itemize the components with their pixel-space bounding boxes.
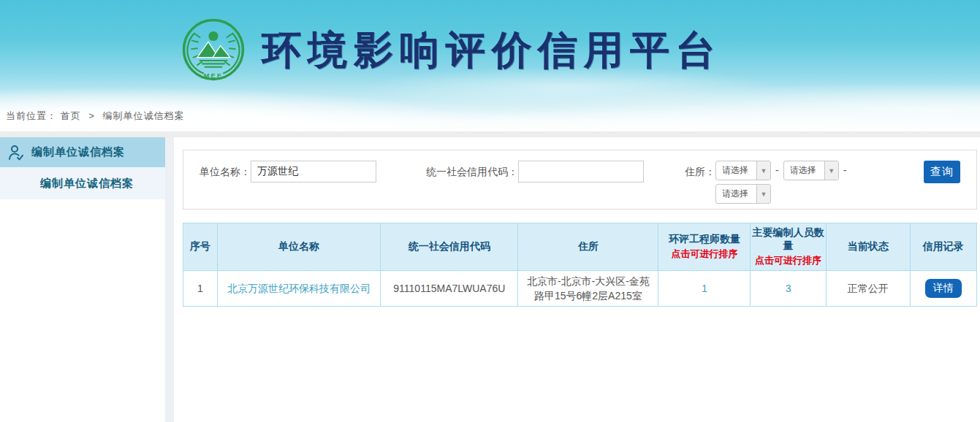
page: MEE 环境影响评价信用平台 当前位置： 首页 > 编制单位诚信档案 编制单位诚… [0,0,980,422]
detail-button[interactable]: 详情 [925,279,962,298]
cell-staff-count: 3 [751,271,826,307]
cell-credit-record: 详情 [910,271,976,307]
col-header-index: 序号 [183,223,218,271]
cell-status: 正常公开 [826,271,910,307]
unit-name-input[interactable] [251,161,376,183]
col-header-staff-count-sortable[interactable]: 主要编制人员数量 点击可进行排序 [751,223,826,271]
divider-band [0,131,980,137]
mee-logo-text: MEE [204,72,224,80]
staff-count-link[interactable]: 3 [786,283,791,294]
credit-code-label: 统一社会信用代码： [426,161,518,183]
city-select-value: 请选择 [784,161,824,180]
cell-credit-code: 91110115MA7LWUA76U [381,271,518,307]
sidebar-item-archive-sub[interactable]: 编制单位诚信档案 [0,167,165,199]
address-dash: - [843,161,847,180]
sidebar-item-label: 编制单位诚信档案 [31,145,125,159]
mee-logo-icon: MEE [181,18,246,82]
col-header-status: 当前状态 [826,223,910,271]
cell-index: 1 [183,271,218,307]
address-dash: - [775,161,779,180]
district-select[interactable]: 请选择 ▼ [715,184,771,204]
col-header-engineer-count-sortable[interactable]: 环评工程师数量 点击可进行排序 [658,223,751,271]
table-row: 1 北京万源世纪环保科技有限公司 91110115MA7LWUA76U 北京市-… [183,271,977,307]
breadcrumb-home-link[interactable]: 首页 [61,110,81,121]
content-area: 编制单位诚信档案 编制单位诚信档案 单位名称： 统一社会信用代码： 住所： [0,137,980,422]
engineer-count-link[interactable]: 1 [702,283,707,294]
breadcrumb: 当前位置： 首页 > 编制单位诚信档案 [6,110,184,123]
site-header: MEE 环境影响评价信用平台 当前位置： 首页 > 编制单位诚信档案 [0,0,980,131]
sidebar: 编制单位诚信档案 编制单位诚信档案 [0,137,165,422]
breadcrumb-separator: > [88,110,95,121]
credit-code-input[interactable] [518,161,644,183]
chevron-down-icon[interactable]: ▼ [756,161,770,180]
sidebar-main-gap [165,137,174,422]
province-select[interactable]: 请选择 ▼ [715,161,771,180]
address-label: 住所： [685,161,715,183]
sort-hint: 点击可进行排序 [660,248,748,261]
col-header-address: 住所 [518,223,658,271]
city-select[interactable]: 请选择 ▼ [783,161,839,180]
sort-hint: 点击可进行排序 [752,254,824,267]
site-title: 环境影响评价信用平台 [262,16,722,83]
unit-name-link[interactable]: 北京万源世纪环保科技有限公司 [227,283,371,294]
cell-engineer-count: 1 [658,271,751,307]
col-header-unit-name: 单位名称 [217,223,381,271]
unit-name-label: 单位名称： [200,161,251,183]
col-header-credit-record: 信用记录 [910,223,976,271]
table-header-row: 序号 单位名称 统一社会信用代码 住所 环评工程师数量 [183,223,977,271]
sidebar-subitem-label: 编制单位诚信档案 [40,177,134,191]
col-header-credit-code: 统一社会信用代码 [381,223,518,271]
breadcrumb-current: 编制单位诚信档案 [102,110,184,121]
main-panel: 单位名称： 统一社会信用代码： 住所： 请选择 ▼ - [174,137,980,422]
province-select-value: 请选择 [716,161,756,180]
brand: MEE 环境影响评价信用平台 [181,16,722,83]
chevron-down-icon[interactable]: ▼ [824,161,838,180]
user-check-icon [7,144,25,161]
sidebar-item-archive-main[interactable]: 编制单位诚信档案 [0,137,165,167]
chevron-down-icon[interactable]: ▼ [756,185,770,203]
cell-address: 北京市-北京市-大兴区-金苑路甲15号6幢2层A215室 [518,271,658,307]
address-select-group: 请选择 ▼ - 请选择 ▼ - 请选择 [715,161,851,207]
cell-unit-name: 北京万源世纪环保科技有限公司 [217,271,381,307]
district-select-value: 请选择 [716,185,756,203]
query-button[interactable]: 查询 [924,161,960,183]
search-filter-box: 单位名称： 统一社会信用代码： 住所： 请选择 ▼ - [183,150,977,210]
results-table: 序号 单位名称 统一社会信用代码 住所 环评工程师数量 [183,223,977,307]
breadcrumb-prefix: 当前位置： [6,110,57,121]
